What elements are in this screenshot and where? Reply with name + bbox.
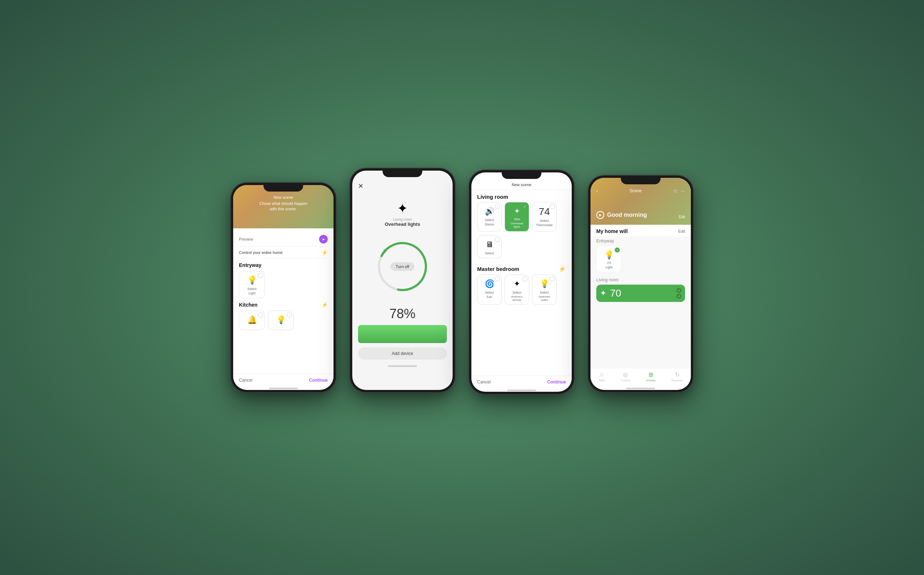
home-indicator-3	[507, 389, 536, 391]
my-home-edit-button[interactable]: Edit	[678, 229, 685, 233]
phone-1: New scene Chose what should happenwith t…	[231, 183, 336, 392]
kitchen-devices: 🔔 💡	[239, 311, 328, 330]
device-radio-2	[258, 312, 263, 318]
master-bedroom-header: Master bedroom ⚡	[471, 262, 572, 275]
living-room-devices: 🔊 Select Stereo ✓ ✦ 78% Overhead lights …	[471, 202, 572, 235]
phone-4-screen: ‹ Scene ☆ ··· ▶ Good morning Edit My hom…	[590, 178, 691, 390]
thermostat-num: 74	[539, 207, 550, 217]
entryway-header: Entryway	[239, 262, 328, 268]
outlet-label: Switched outlet	[534, 295, 554, 302]
outlet-select: Select	[539, 291, 549, 294]
star-icon[interactable]: ☆	[673, 188, 678, 194]
outlet-icon: 💡	[539, 279, 549, 289]
circle-progress: Turn off	[352, 230, 453, 303]
p4-entryway-label: Entryway	[596, 238, 685, 243]
nav-scenes[interactable]: ⊞ Scenes	[646, 371, 656, 382]
more-icon: ···	[681, 188, 685, 194]
phone4-top-bg: ‹ Scene ☆ ··· ▶ Good morning Edit	[590, 178, 691, 225]
add-device-button[interactable]: Add device	[358, 347, 447, 360]
phone3-continue-button[interactable]: Continue	[547, 380, 566, 384]
notch-4	[621, 176, 660, 184]
lightning-icon: ⚡	[321, 249, 328, 256]
phone-2-screen: ✕ ✦ Living room Overhead lights Turn off…	[352, 171, 453, 390]
master-bedroom-devices: 🌀 Select Fan ✦ Select Andrea's lammp 💡 S…	[471, 275, 572, 308]
living-room-extra: 🖥 Select	[471, 235, 572, 262]
fan-radio	[495, 276, 500, 281]
overhead-card[interactable]: ✓ ✦ 78% Overhead lights	[504, 202, 529, 232]
nav-control[interactable]: ◎ Control	[621, 371, 630, 382]
p4-entryway-section: Entryway ✓ 💡 Off Light	[590, 236, 691, 272]
routines-icon: ↻	[675, 371, 680, 378]
bottom-nav: ⌂ Apps ◎ Control ⊞ Scenes ↻ Routines	[590, 368, 691, 386]
select-label: Select	[247, 287, 256, 291]
my-home-title: My home will	[596, 228, 628, 234]
home-indicator-4	[626, 388, 655, 389]
p4-light-card[interactable]: ✓ 💡 Off Light	[596, 246, 622, 272]
overhead-label: Overhead lights	[507, 222, 526, 228]
fan-select: Select	[485, 291, 494, 294]
preview-label: Preview	[239, 237, 253, 241]
overhead-check: ✓	[522, 204, 527, 209]
room-label: Living room	[352, 218, 453, 221]
my-home-will-header: My home will Edit	[590, 225, 691, 236]
tv-icon: 🖥	[485, 240, 493, 249]
continue-button[interactable]: Continue	[309, 378, 328, 383]
master-lightning-icon: ⚡	[559, 265, 566, 272]
p4-living-icon: ✦	[600, 289, 606, 298]
device-radio	[258, 273, 263, 278]
home-indicator-1	[269, 388, 298, 389]
lamp-card[interactable]: ✦ Select Andrea's lammp	[504, 275, 529, 305]
phone1-footer: Cancel Continue	[233, 374, 334, 386]
p4-living-card[interactable]: ✦ 70 ✓ ✓	[596, 284, 685, 302]
entryway-title: Entryway	[239, 262, 261, 268]
p4-check-2: ✓	[676, 294, 681, 299]
outlet-card[interactable]: 💡 Select Switched outlet	[532, 275, 557, 305]
kitchen-card-2[interactable]: 💡	[268, 311, 294, 330]
back-button[interactable]: ‹	[596, 188, 598, 194]
overhead-lights-icon: ✦	[352, 201, 453, 216]
light-card[interactable]: 💡 Select Light	[239, 271, 265, 298]
kitchen-title: Kitchen	[239, 302, 258, 308]
entryway-devices: 💡 Select Light	[239, 271, 328, 298]
nav-apps[interactable]: ⌂ Apps	[598, 371, 605, 382]
cancel-button[interactable]: Cancel	[239, 378, 252, 383]
master-bedroom-title: Master bedroom	[477, 266, 519, 272]
notch-3	[502, 170, 541, 179]
lamp-select: Select	[512, 291, 521, 294]
scenes-label: Scenes	[646, 379, 656, 382]
thermostat-card[interactable]: 74 Select Thermostat	[532, 202, 557, 232]
kitchen-card-1[interactable]: 🔔	[239, 311, 265, 330]
phones-container: New scene Chose what should happenwith t…	[209, 152, 715, 423]
stereo-icon: 🔊	[485, 207, 495, 216]
stereo-select: Select	[485, 218, 494, 222]
p4-light-label: Light	[605, 265, 612, 269]
phone3-footer: Cancel Continue	[471, 375, 572, 388]
fan-card[interactable]: 🌀 Select Fan	[477, 275, 502, 305]
turn-off-button[interactable]: Turn off	[391, 262, 414, 271]
device-radio-3	[287, 312, 292, 318]
device-info: ✦ Living room Overhead lights	[352, 194, 453, 230]
phone-3: New scene Living room 🔊 Select Stereo ✓ …	[469, 170, 574, 394]
home-indicator-2	[388, 365, 417, 367]
thermostat-select: Select	[539, 219, 549, 222]
preview-play-button[interactable]	[319, 235, 328, 243]
nav-routines[interactable]: ↻ Routines	[671, 371, 683, 382]
good-morning: ▶ Good morning	[596, 211, 647, 219]
light-icon: 💡	[247, 276, 257, 285]
p4-living-num: 70	[610, 288, 621, 299]
tv-select: Select	[485, 251, 494, 255]
lamp-radio	[522, 276, 527, 281]
phone4-content: Entryway ✓ 💡 Off Light Living room	[590, 236, 691, 368]
phone3-cancel-button[interactable]: Cancel	[477, 380, 490, 384]
phone1-title: New scene	[233, 195, 334, 200]
tv-radio	[495, 237, 500, 242]
phone4-icons: ☆ ···	[673, 188, 685, 194]
tv-card[interactable]: 🖥 Select	[477, 235, 502, 258]
notch-2	[383, 168, 422, 177]
overhead-icon: ✦	[514, 207, 520, 215]
p4-check-1: ✓	[676, 288, 681, 293]
top-edit-button[interactable]: Edit	[679, 215, 685, 219]
phone4-top-header: ‹ Scene ☆ ···	[590, 188, 691, 194]
stereo-card[interactable]: 🔊 Select Stereo	[477, 202, 502, 232]
play-circle[interactable]: ▶	[596, 211, 604, 219]
